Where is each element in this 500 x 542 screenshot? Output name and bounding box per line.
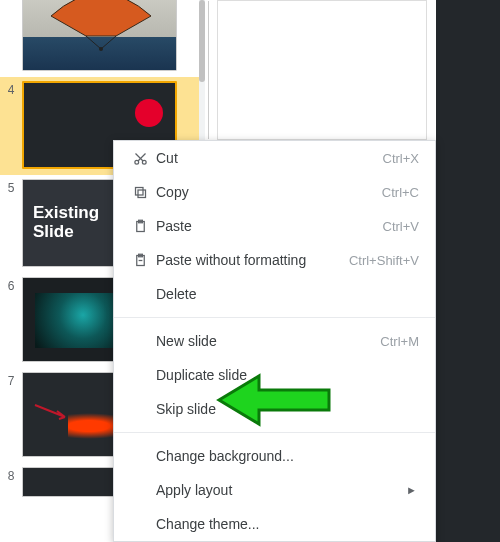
slide-title-text: Existing Slide xyxy=(33,204,99,241)
submenu-arrow-icon: ► xyxy=(406,484,419,496)
slide-number: 8 xyxy=(0,467,22,483)
paste-plain-icon xyxy=(128,253,152,268)
svg-rect-7 xyxy=(138,190,146,198)
menu-label: Cut xyxy=(152,150,383,166)
menu-cut[interactable]: Cut Ctrl+X xyxy=(114,141,435,175)
menu-duplicate-slide[interactable]: Duplicate slide xyxy=(114,358,435,392)
menu-shortcut: Ctrl+Shift+V xyxy=(349,253,419,268)
slide-number: 6 xyxy=(0,277,22,293)
menu-shortcut: Ctrl+M xyxy=(380,334,419,349)
menu-label: New slide xyxy=(152,333,380,349)
menu-paste[interactable]: Paste Ctrl+V xyxy=(114,209,435,243)
menu-shortcut: Ctrl+X xyxy=(383,151,419,166)
menu-shortcut: Ctrl+C xyxy=(382,185,419,200)
menu-paste-without-formatting[interactable]: Paste without formatting Ctrl+Shift+V xyxy=(114,243,435,277)
menu-separator xyxy=(114,317,435,318)
right-gutter xyxy=(436,0,500,542)
menu-label: Change background... xyxy=(152,448,419,464)
cut-icon xyxy=(128,151,152,166)
svg-point-2 xyxy=(99,47,103,51)
slide-thumb-3[interactable]: 3 xyxy=(0,0,205,77)
menu-label: Change theme... xyxy=(152,516,419,532)
slide-number: 7 xyxy=(0,372,22,388)
slide-number: 5 xyxy=(0,179,22,195)
vertical-ruler xyxy=(208,1,216,139)
menu-shortcut: Ctrl+V xyxy=(383,219,419,234)
menu-change-theme[interactable]: Change theme... xyxy=(114,507,435,541)
red-circle-shape xyxy=(135,99,163,127)
menu-delete[interactable]: Delete xyxy=(114,277,435,311)
slide-number: 3 xyxy=(0,0,22,2)
menu-separator xyxy=(114,432,435,433)
context-menu: Cut Ctrl+X Copy Ctrl+C Paste Ctrl+V Past… xyxy=(113,140,436,542)
slide-thumbnail xyxy=(22,0,177,71)
menu-label: Duplicate slide xyxy=(152,367,419,383)
menu-apply-layout[interactable]: Apply layout ► xyxy=(114,473,435,507)
slide-canvas[interactable] xyxy=(217,0,427,140)
menu-label: Copy xyxy=(152,184,382,200)
svg-line-1 xyxy=(86,36,101,49)
menu-label: Delete xyxy=(152,286,419,302)
copy-icon xyxy=(128,185,152,200)
menu-label: Skip slide xyxy=(152,401,419,417)
menu-label: Paste xyxy=(152,218,383,234)
menu-label: Apply layout xyxy=(152,482,406,498)
menu-copy[interactable]: Copy Ctrl+C xyxy=(114,175,435,209)
paste-icon xyxy=(128,219,152,234)
svg-line-0 xyxy=(101,36,116,49)
paraglider-icon xyxy=(41,0,161,53)
red-arrow-annotation xyxy=(33,403,68,421)
menu-change-background[interactable]: Change background... xyxy=(114,439,435,473)
menu-skip-slide[interactable]: Skip slide xyxy=(114,392,435,426)
slide-number: 4 xyxy=(0,81,22,97)
menu-label: Paste without formatting xyxy=(152,252,349,268)
svg-rect-8 xyxy=(135,187,143,195)
menu-new-slide[interactable]: New slide Ctrl+M xyxy=(114,324,435,358)
